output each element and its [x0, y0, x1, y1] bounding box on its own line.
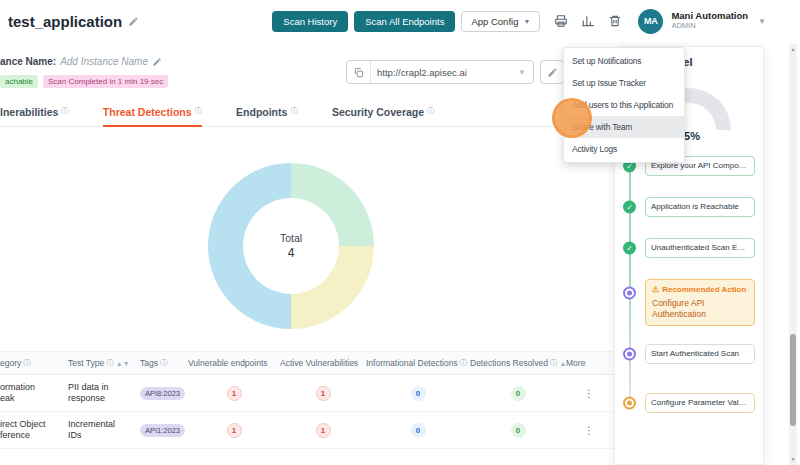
col-category: egoryⓘ [0, 358, 62, 368]
chevron-down-icon: ▼ [523, 18, 530, 25]
cell-active-vulnerabilities: 1 [280, 386, 366, 401]
tab-vulnerabilities[interactable]: lnerabilitiesⓘ [0, 106, 69, 126]
step-label[interactable]: Unauthenticated Scan Exe... [645, 238, 755, 258]
scrollbar[interactable]: ▲ ▼ [789, 44, 797, 465]
count-badge: 1 [227, 386, 242, 401]
cell-test-type: PII data in response [62, 382, 136, 405]
info-icon[interactable]: ⓘ [290, 106, 298, 116]
add-instance-name[interactable]: Add Instance Name [60, 56, 148, 67]
edit-title-icon[interactable] [128, 16, 139, 27]
print-icon[interactable] [554, 14, 568, 28]
step-unauthenticated-scan: ✓ Unauthenticated Scan Exe... [645, 238, 755, 258]
report-chart-icon[interactable] [581, 14, 595, 28]
delete-icon[interactable] [608, 14, 622, 28]
edit-url-button[interactable] [540, 60, 564, 84]
cell-test-type: Incremental IDs [62, 419, 136, 442]
cell-informational-detections: 0 [366, 423, 470, 438]
tab-threat-detections[interactable]: Threat Detectionsⓘ [103, 106, 202, 127]
col-active-vulnerabilities: Active Vulnerabilities [280, 358, 366, 368]
tab-security-coverage[interactable]: Security Coverageⓘ [332, 106, 435, 126]
menu-item-set-up-issue-tracker[interactable]: Set up Issue Tracker [564, 72, 684, 94]
kebab-menu-icon[interactable]: ⋮ [584, 388, 594, 399]
col-informational-detections: Informational Detectionsⓘ [366, 358, 470, 368]
col-detections-resolved[interactable]: Detections Resolvedⓘ▲▼ [470, 358, 566, 368]
menu-item-share-with-team[interactable]: Share with Team [564, 116, 684, 138]
menu-item-activity-logs[interactable]: Activity Logs [564, 138, 684, 160]
threat-donut-chart[interactable]: Total 4 [208, 163, 374, 329]
pending-step-icon [623, 397, 636, 410]
step-label[interactable]: Application is Reachable [645, 197, 755, 217]
col-more: More [566, 358, 606, 368]
recommended-action-card[interactable]: ⚠ Recommended Action Configure API Authe… [645, 279, 755, 326]
reachable-badge: achable [0, 75, 38, 88]
step-label[interactable]: Start Authenticated Scan [645, 344, 755, 364]
edit-instance-icon[interactable] [152, 57, 162, 67]
url-chevron-down-icon[interactable]: ▼ [518, 68, 533, 77]
menu-item-add-users[interactable]: Add users to this Application [564, 94, 684, 116]
cell-detections-resolved: 0 [470, 386, 566, 401]
col-test-type[interactable]: Test Typeⓘ▲▼ [62, 358, 136, 368]
cell-category: irect Object ference [0, 419, 62, 442]
copy-url-icon[interactable] [347, 61, 371, 83]
app-root: test_application Scan History Scan All E… [0, 0, 800, 465]
user-role: ADMIN [671, 22, 748, 31]
step-recommended-action: ⚠ Recommended Action Configure API Authe… [645, 279, 755, 326]
count-badge: 0 [511, 423, 526, 438]
info-icon[interactable]: ⓘ [23, 358, 31, 368]
table-row: irect Object ference Incremental IDs API… [0, 412, 613, 449]
status-chip-row: achable Scan Completed in 1 min 19 sec [0, 75, 168, 88]
step-start-authenticated-scan: Start Authenticated Scan [645, 344, 755, 364]
pending-step-icon [623, 287, 636, 300]
cell-tags: API1:2023 [136, 424, 188, 437]
app-header: test_application Scan History Scan All E… [0, 0, 800, 42]
url-box[interactable]: http://crapl2.apisec.ai ▼ [346, 60, 534, 84]
scan-completed-badge: Scan Completed in 1 min 19 sec [43, 75, 168, 88]
info-icon[interactable]: ⓘ [427, 106, 435, 116]
cell-detections-resolved: 0 [470, 423, 566, 438]
app-model-steps: ✓ Explore your API Composition ✓ Applica… [623, 156, 755, 413]
col-vulnerable-endpoints[interactable]: Vulnerable endpoints [188, 358, 280, 368]
info-icon[interactable]: ⓘ [460, 358, 468, 368]
url-control: http://crapl2.apisec.ai ▼ [346, 60, 564, 84]
check-icon: ✓ [623, 242, 636, 255]
step-label[interactable]: Configure Parameter Values [645, 393, 755, 413]
info-icon[interactable]: ⓘ [61, 106, 69, 116]
cell-more: ⋮ [566, 388, 606, 399]
count-badge: 1 [316, 423, 331, 438]
count-badge: 0 [411, 423, 426, 438]
table-header-row: egoryⓘ Test Typeⓘ▲▼ Tagsⓘ Vulnerable end… [0, 351, 613, 375]
info-icon[interactable]: ⓘ [550, 358, 558, 368]
cell-active-vulnerabilities: 1 [280, 423, 366, 438]
app-config-label: App Config [471, 16, 518, 27]
menu-item-set-up-notifications[interactable]: Set up Notifications [564, 50, 684, 72]
app-actions-menu: Set up Notifications Set up Issue Tracke… [563, 47, 685, 163]
cell-more: ⋮ [566, 425, 606, 436]
header-iconbar [554, 14, 622, 28]
step-application-reachable: ✓ Application is Reachable [645, 197, 755, 217]
cell-category: ormation eak [0, 382, 62, 405]
sort-icon[interactable]: ▲▼ [116, 360, 130, 367]
scan-history-button[interactable]: Scan History [272, 11, 348, 32]
page-title: test_application [8, 13, 122, 30]
tag-badge: API8:2023 [140, 387, 185, 400]
avatar[interactable]: MA [638, 9, 663, 34]
scrollbar-thumb[interactable] [790, 334, 796, 426]
app-config-button[interactable]: App Config ▼ [461, 11, 540, 32]
scroll-up-icon[interactable]: ▲ [789, 46, 797, 52]
col-tags: Tagsⓘ [136, 358, 188, 368]
scan-all-endpoints-button[interactable]: Scan All Endpoints [354, 11, 455, 32]
info-icon[interactable]: ⓘ [160, 358, 168, 368]
pending-step-icon [623, 348, 636, 361]
tag-badge: API1:2023 [140, 424, 185, 437]
count-badge: 0 [411, 386, 426, 401]
user-menu-chevron-icon[interactable]: ▼ [758, 17, 766, 26]
info-icon[interactable]: ⓘ [106, 358, 114, 368]
kebab-menu-icon[interactable]: ⋮ [584, 425, 594, 436]
count-badge: 1 [316, 386, 331, 401]
count-badge: 0 [511, 386, 526, 401]
tab-endpoints[interactable]: Endpointsⓘ [236, 106, 298, 126]
recommended-action-heading: ⚠ Recommended Action [652, 285, 748, 294]
scroll-down-icon[interactable]: ▼ [789, 456, 797, 462]
info-icon[interactable]: ⓘ [195, 106, 203, 116]
detections-table: egoryⓘ Test Typeⓘ▲▼ Tagsⓘ Vulnerable end… [0, 351, 613, 449]
